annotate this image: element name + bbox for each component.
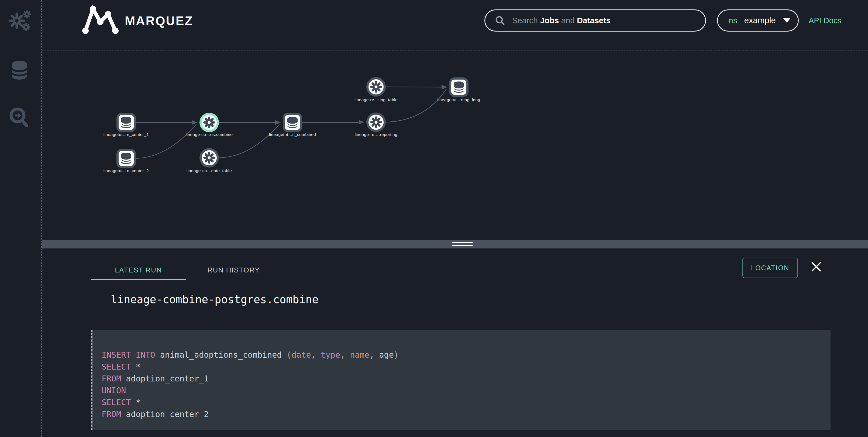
code-token: type <box>321 350 340 359</box>
code-token: adoption_center_1 <box>121 374 209 383</box>
code-token: name <box>350 350 369 359</box>
sql-code-block: INSERT INTO animal_adoptions_combined (d… <box>91 330 831 430</box>
namespace-select[interactable]: ns example <box>717 9 799 32</box>
job-gear-icon <box>371 118 381 127</box>
dataset-node-adoptions-combined[interactable]: lineagetut…s_combined <box>269 114 316 137</box>
sidebar <box>0 0 42 437</box>
search-input[interactable]: Search Jobs and Datasets <box>485 9 706 32</box>
dataset-node-adoption-center-2[interactable]: lineagetut…n_center_2 <box>103 150 149 173</box>
node-label: lineage-re….reporting <box>355 132 397 137</box>
splitter-handle[interactable] <box>452 242 473 246</box>
search-icon <box>495 16 505 26</box>
dataset-node-adoption-center-1[interactable]: lineagetut…n_center_1 <box>103 114 149 137</box>
dataset-icon <box>121 153 131 164</box>
app-header: MARQUEZ Search Jobs and Datasets ns exam… <box>42 0 868 51</box>
dataset-node-reporting-long[interactable]: lineagetut…rting_long <box>437 79 480 102</box>
sql-line: FROM adoption_center_1 <box>102 373 831 385</box>
search-placeholder: Search Jobs and Datasets <box>512 16 611 25</box>
code-token: SELECT <box>102 362 131 372</box>
sidebar-item-lineage-search[interactable] <box>3 103 36 133</box>
dataset-icon <box>287 117 298 128</box>
namespace-value: example <box>744 16 776 25</box>
code-token: INSERT INTO <box>102 350 155 359</box>
gears-icon <box>7 10 32 32</box>
code-token: , <box>369 350 379 359</box>
chevron-down-icon <box>783 18 790 23</box>
job-gear-icon <box>205 153 214 163</box>
close-icon <box>811 261 822 272</box>
arrowhead-icon <box>192 120 197 125</box>
code-token: FROM <box>102 409 121 419</box>
job-node-create-table[interactable]: lineage-co…eate_table <box>187 149 232 173</box>
node-label: lineage-co…es.combine <box>186 132 233 137</box>
code-token: UNION <box>102 386 126 395</box>
code-token: animal_adoptions_combined <box>155 350 287 359</box>
code-token: date <box>291 350 311 359</box>
panel-resize-splitter[interactable] <box>42 240 868 249</box>
code-token: ) <box>394 350 399 359</box>
code-token: age <box>379 350 394 359</box>
close-panel-button[interactable] <box>810 261 823 273</box>
job-node-reporting-table[interactable]: lineage-re…ting_table <box>354 78 398 102</box>
job-node-reporting[interactable]: lineage-re….reporting <box>355 114 397 137</box>
arrowhead-icon <box>359 120 365 125</box>
api-docs-link[interactable]: API Docs <box>809 16 841 25</box>
code-token: adoption_center_2 <box>121 409 209 419</box>
sql-line: SELECT * <box>102 361 831 373</box>
node-label: lineagetut…n_center_2 <box>103 168 149 173</box>
edge-center2-to-combine <box>136 124 196 158</box>
brand-title: MARQUEZ <box>125 13 193 28</box>
namespace-prefix: ns <box>728 16 737 25</box>
dataset-icon <box>454 82 464 93</box>
code-token: , <box>311 350 321 359</box>
node-label: lineagetut…s_combined <box>269 132 316 137</box>
code-token: FROM <box>102 374 121 383</box>
code-token: ( <box>286 350 291 359</box>
job-title: lineage-combine-postgres.combine <box>111 293 319 305</box>
node-label: lineagetut…n_center_1 <box>103 132 149 137</box>
tab-latest-run[interactable]: LATEST RUN <box>91 260 186 280</box>
location-button[interactable]: LOCATION <box>742 258 798 278</box>
node-label: lineage-re…ting_table <box>354 97 398 102</box>
edge-createtable-to-combined <box>219 124 279 158</box>
node-label: lineage-co…eate_table <box>187 168 232 173</box>
code-token: * <box>131 398 141 407</box>
dataset-icon <box>121 117 131 128</box>
sql-line: SELECT * <box>102 397 831 408</box>
sql-line: INSERT INTO animal_adoptions_combined (d… <box>102 349 831 361</box>
sidebar-item-jobs[interactable] <box>3 6 36 36</box>
sql-line: UNION <box>102 385 831 397</box>
marquez-logo-icon <box>81 2 120 35</box>
code-token: , <box>340 350 350 359</box>
arrowhead-icon <box>441 85 447 90</box>
panel-tabs: LATEST RUN RUN HISTORY <box>91 260 281 280</box>
node-label: lineagetut…rting_long <box>437 97 480 102</box>
job-detail-panel: LATEST RUN RUN HISTORY LOCATION lineage-… <box>42 249 868 437</box>
lineage-graph: lineagetut…n_center_1 lineage-co…es.comb… <box>42 51 868 240</box>
job-gear-icon <box>371 82 381 92</box>
sql-line: FROM adoption_center_2 <box>102 408 831 420</box>
tab-run-history[interactable]: RUN HISTORY <box>186 260 281 280</box>
code-token: SELECT <box>102 398 131 407</box>
arrowhead-icon <box>275 120 281 125</box>
code-token: * <box>131 362 141 372</box>
job-gear-icon <box>205 118 214 127</box>
job-node-combine[interactable]: lineage-co…es.combine <box>186 114 233 137</box>
sidebar-item-datasets[interactable] <box>3 55 36 85</box>
edge-reporting-to-long <box>386 89 446 122</box>
database-icon <box>10 60 29 80</box>
search-arrow-icon <box>9 107 30 128</box>
